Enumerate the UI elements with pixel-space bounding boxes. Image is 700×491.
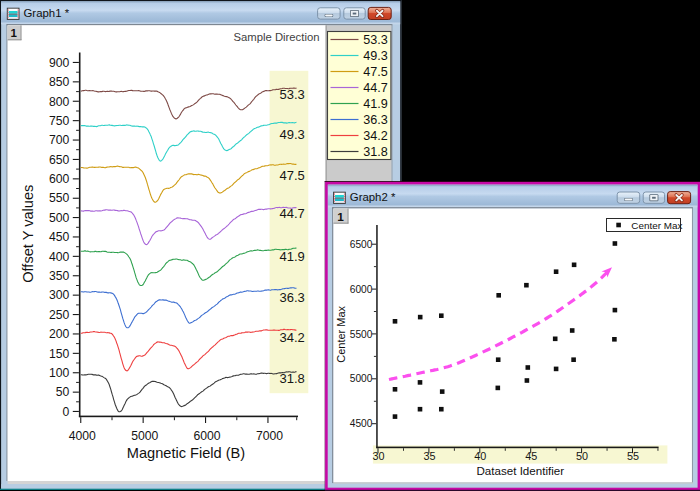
svg-text:31.8: 31.8: [363, 145, 388, 159]
svg-text:53.3: 53.3: [280, 87, 305, 102]
svg-text:34.2: 34.2: [363, 129, 388, 143]
svg-text:5000: 5000: [350, 373, 373, 384]
svg-text:47.5: 47.5: [363, 65, 388, 79]
svg-text:550: 550: [49, 191, 70, 205]
svg-text:5500: 5500: [350, 329, 373, 340]
svg-text:700: 700: [49, 133, 70, 147]
svg-text:Dataset Identifier: Dataset Identifier: [476, 464, 564, 477]
svg-text:47.5: 47.5: [280, 168, 305, 183]
svg-text:41.9: 41.9: [280, 249, 305, 264]
svg-text:500: 500: [49, 211, 70, 225]
svg-text:800: 800: [49, 95, 70, 109]
svg-text:36.3: 36.3: [363, 113, 388, 127]
svg-text:40: 40: [474, 450, 486, 462]
svg-text:450: 450: [49, 230, 70, 244]
svg-text:50: 50: [576, 450, 588, 462]
svg-text:49.3: 49.3: [280, 127, 305, 142]
svg-text:5000: 5000: [131, 429, 158, 443]
svg-text:750: 750: [49, 114, 70, 128]
svg-text:100: 100: [49, 366, 70, 380]
svg-text:250: 250: [49, 308, 70, 322]
svg-text:7000: 7000: [256, 429, 283, 443]
svg-text:0: 0: [63, 405, 70, 419]
svg-text:4500: 4500: [350, 418, 373, 429]
svg-text:350: 350: [49, 269, 70, 283]
svg-text:4000: 4000: [69, 429, 96, 443]
svg-text:200: 200: [49, 327, 70, 341]
svg-text:53.3: 53.3: [363, 33, 388, 47]
svg-text:Graph2 *: Graph2 *: [350, 191, 396, 203]
svg-text:31.8: 31.8: [280, 371, 305, 386]
svg-text:36.3: 36.3: [280, 290, 305, 305]
svg-text:30: 30: [372, 450, 384, 462]
svg-text:Offset Y values: Offset Y values: [20, 185, 36, 283]
svg-text:600: 600: [49, 172, 70, 186]
svg-text:44.7: 44.7: [363, 81, 388, 95]
svg-text:Graph1 *: Graph1 *: [24, 7, 70, 19]
svg-text:300: 300: [49, 288, 70, 302]
svg-text:150: 150: [49, 347, 70, 361]
svg-text:1: 1: [337, 210, 344, 224]
svg-text:50: 50: [56, 385, 70, 399]
svg-text:6000: 6000: [350, 284, 373, 295]
svg-text:49.3: 49.3: [363, 49, 388, 63]
svg-text:Magnetic Field (B): Magnetic Field (B): [127, 445, 245, 461]
svg-text:Sample Direction: Sample Direction: [233, 31, 319, 43]
svg-text:1: 1: [11, 27, 18, 39]
svg-text:900: 900: [49, 56, 70, 70]
svg-text:850: 850: [49, 75, 70, 89]
svg-text:44.7: 44.7: [280, 206, 305, 221]
svg-text:6000: 6000: [194, 429, 221, 443]
svg-text:Center Max: Center Max: [335, 305, 347, 362]
svg-text:650: 650: [49, 153, 70, 167]
svg-text:34.2: 34.2: [280, 330, 305, 345]
svg-text:6500: 6500: [350, 239, 373, 250]
svg-text:55: 55: [627, 450, 639, 462]
svg-text:35: 35: [423, 450, 435, 462]
svg-text:41.9: 41.9: [363, 97, 388, 111]
svg-text:Center Max: Center Max: [631, 220, 682, 231]
svg-text:45: 45: [525, 450, 537, 462]
svg-text:400: 400: [49, 250, 70, 264]
